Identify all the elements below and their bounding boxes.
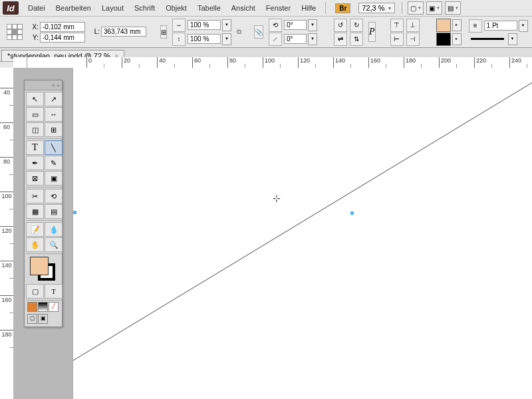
arrange-docs-icon[interactable]: ▣ — [426, 1, 442, 15]
menu-object[interactable]: Objekt — [160, 2, 192, 14]
eyedropper-tool[interactable]: 💧 — [45, 222, 63, 237]
attach-icon[interactable]: 📎 — [254, 25, 263, 39]
pencil-tool[interactable]: ✎ — [45, 156, 63, 170]
rotation-input[interactable]: 0° — [284, 20, 307, 30]
menu-edit[interactable]: Bearbeiten — [51, 2, 96, 14]
close-icon[interactable]: × — [57, 82, 60, 88]
direct-selection-tool[interactable]: ↗ — [45, 92, 63, 106]
preview-view-icon[interactable]: ▣ — [38, 314, 48, 324]
menu-bar: Id Datei Bearbeiten Layout Schrift Objek… — [0, 0, 532, 17]
scale-x-icon: ↔ — [172, 19, 186, 32]
scale-icon[interactable]: ⊞ — [160, 25, 167, 39]
length-label: L: — [92, 28, 100, 35]
rotate-ccw-icon[interactable]: ↺ — [334, 19, 347, 32]
free-transform-tool[interactable]: ⟲ — [45, 189, 63, 203]
y-label: Y: — [31, 34, 39, 41]
stroke-style-dropdown[interactable]: ▼ — [508, 33, 517, 45]
normal-view-icon[interactable]: ▢ — [27, 314, 37, 324]
stroke-weight-input[interactable]: 1 Pt — [484, 21, 517, 31]
shear-input[interactable]: 0° — [284, 34, 307, 44]
align-3-icon[interactable]: ⊢ — [390, 33, 404, 46]
paragraph-style-icon[interactable]: P — [368, 22, 376, 42]
rotation-icon: ⟲ — [269, 19, 282, 32]
menu-help[interactable]: Hilfe — [296, 2, 321, 14]
apply-none-icon[interactable]: ╱ — [49, 302, 59, 312]
scale-y-input[interactable]: 100 % — [188, 34, 221, 44]
length-input[interactable]: 363,743 mm — [101, 27, 146, 37]
rectangle-tool[interactable]: ▣ — [45, 171, 63, 186]
color-swatches[interactable] — [27, 257, 61, 282]
menu-layout[interactable]: Layout — [96, 2, 129, 14]
content-placer-tool[interactable]: ⊞ — [45, 122, 63, 137]
x-input[interactable]: -0,102 mm — [40, 22, 85, 32]
apply-gradient-icon[interactable] — [38, 302, 48, 312]
fill-dropdown[interactable]: ▸ — [452, 19, 462, 31]
bridge-icon[interactable]: Br — [335, 3, 350, 13]
rotation-dropdown[interactable]: ▼ — [308, 19, 317, 31]
selection-tool[interactable]: ↖ — [26, 92, 44, 106]
drawn-line[interactable] — [73, 68, 532, 399]
note-tool[interactable]: 📝 — [26, 222, 44, 237]
zoom-tool[interactable]: 🔍 — [45, 237, 63, 252]
menu-type[interactable]: Schrift — [129, 2, 160, 14]
y-input[interactable]: -0,144 mm — [40, 33, 85, 43]
separator — [325, 2, 326, 14]
menu-window[interactable]: Fenster — [261, 2, 296, 14]
vertical-ruler: 406080100120140160180 — [0, 68, 14, 399]
align-1-icon[interactable]: ⊤ — [390, 19, 404, 32]
hand-tool[interactable]: ✋ — [26, 237, 44, 252]
separator — [402, 2, 402, 14]
stroke-weight-icon: ≡ — [469, 19, 482, 33]
menu-view[interactable]: Ansicht — [226, 2, 261, 14]
workspace-icon[interactable]: ▤ — [445, 1, 461, 15]
svg-line-0 — [73, 68, 532, 360]
rotate-cw-icon[interactable]: ↻ — [350, 19, 363, 32]
tools-panel-header[interactable]: «× — [25, 80, 62, 90]
fill-color-swatch[interactable] — [30, 257, 49, 275]
control-bar: X:-0,102 mm Y:-0,144 mm L:363,743 mm ⊞ ↔… — [0, 17, 532, 48]
apply-color-icon[interactable] — [27, 302, 37, 312]
stroke-swatch[interactable] — [436, 33, 451, 46]
view-mode-row: ▢ ▣ — [26, 314, 63, 325]
screen-mode-icon[interactable]: ▢ — [408, 1, 424, 15]
rectangle-frame-tool[interactable]: ⊠ — [26, 171, 44, 186]
shear-icon: ⟋ — [269, 33, 282, 46]
horizontal-ruler: 020406080100120140160180200220240 — [13, 57, 532, 68]
tools-panel: «× ↖ ↗ ▭ ↔ ◫ ⊞ T ╲ ✒ ✎ ⊠ ▣ ✂ ⟲ ▦ ▤ 📝 💧 ✋… — [24, 80, 63, 327]
x-label: X: — [31, 23, 39, 31]
constrain-proportions-icon[interactable]: ⧉ — [237, 22, 241, 42]
format-container-icon[interactable]: ▢ — [26, 284, 44, 299]
scale-x-dropdown[interactable]: ▼ — [222, 19, 231, 31]
format-text-icon[interactable]: T — [45, 284, 63, 299]
reference-point-grid[interactable] — [7, 24, 23, 40]
menu-table[interactable]: Tabelle — [192, 2, 226, 14]
align-4-icon[interactable]: ⊣ — [406, 33, 420, 46]
gap-tool[interactable]: ↔ — [45, 107, 63, 122]
type-tool[interactable]: T — [26, 140, 44, 155]
document-page[interactable] — [73, 68, 532, 399]
scale-y-icon: ↕ — [172, 33, 186, 46]
page-tool[interactable]: ▭ — [26, 107, 44, 122]
collapse-icon[interactable]: « — [52, 82, 55, 88]
stroke-weight-dropdown[interactable]: ▼ — [519, 20, 528, 32]
flip-v-icon[interactable]: ⇅ — [350, 33, 363, 46]
menu-file[interactable]: Datei — [23, 2, 51, 14]
stroke-dropdown[interactable]: ▸ — [452, 33, 462, 45]
gradient-swatch-tool[interactable]: ▦ — [26, 204, 44, 219]
app-logo-icon: Id — [3, 1, 19, 15]
shear-dropdown[interactable]: ▼ — [308, 33, 317, 45]
content-collector-tool[interactable]: ◫ — [26, 122, 44, 137]
color-apply-row: ╱ — [26, 302, 63, 313]
stroke-style-preview[interactable] — [471, 38, 504, 40]
scale-y-dropdown[interactable]: ▼ — [222, 33, 231, 45]
zoom-level-select[interactable]: 72,3 % — [358, 3, 395, 13]
fill-swatch[interactable] — [436, 19, 451, 32]
scale-x-input[interactable]: 100 % — [188, 20, 221, 30]
align-2-icon[interactable]: ⊥ — [406, 19, 420, 32]
line-tool[interactable]: ╲ — [45, 140, 63, 155]
canvas-area[interactable] — [13, 68, 532, 399]
flip-h-icon[interactable]: ⇄ — [334, 33, 347, 46]
pen-tool[interactable]: ✒ — [26, 156, 44, 170]
gradient-feather-tool[interactable]: ▤ — [45, 204, 63, 219]
scissors-tool[interactable]: ✂ — [26, 189, 44, 203]
